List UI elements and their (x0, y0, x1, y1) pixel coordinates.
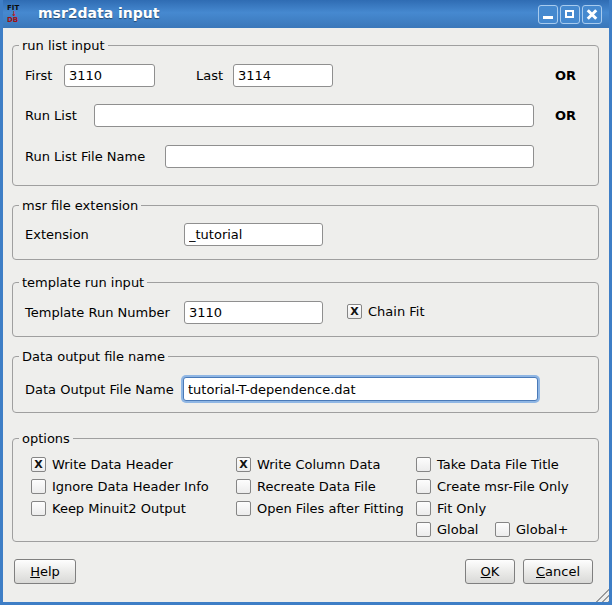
maximize-icon (565, 10, 574, 18)
extension-label: Extension (25, 227, 89, 242)
checkbox-open-files-after-fitting[interactable]: Open Files after Fitting (236, 501, 404, 516)
resize-grip[interactable] (594, 587, 609, 602)
run-list-file-name-input[interactable] (165, 145, 534, 168)
minimize-button[interactable] (538, 5, 558, 24)
group-data-output-file-name-title: Data output file name (19, 349, 168, 364)
extension-input[interactable] (184, 223, 323, 246)
group-run-list-input-title: run list input (19, 38, 108, 53)
checkbox-fit-only[interactable]: Fit Only (416, 501, 486, 516)
app-icon: FIT ↓ DB (7, 3, 29, 25)
group-options-title: options (19, 431, 73, 446)
cancel-button[interactable]: Cancel (523, 559, 593, 584)
chain-fit-checkbox[interactable]: X Chain Fit (347, 304, 425, 319)
title-bar[interactable]: FIT ↓ DB msr2data input (0, 0, 612, 28)
group-template-run-input-title: template run input (19, 275, 147, 290)
checkbox-take-data-file-title[interactable]: Take Data File Title (416, 457, 559, 472)
group-msr-file-extension-title: msr file extension (19, 198, 141, 213)
ok-button[interactable]: OK (465, 559, 515, 584)
checkbox-ignore-data-header-info[interactable]: Ignore Data Header Info (31, 479, 209, 494)
chain-fit-checkbox-box: X (347, 304, 362, 319)
help-button[interactable]: Help (14, 559, 76, 584)
checkbox-keep-minuit2-output[interactable]: Keep Minuit2 Output (31, 501, 186, 516)
template-run-number-input[interactable] (184, 301, 323, 324)
run-list-label: Run List (25, 108, 77, 123)
msr2data-dialog: FIT ↓ DB msr2data input run list input F… (0, 0, 612, 605)
checkbox-write-data-header[interactable]: X Write Data Header (31, 457, 173, 472)
data-output-file-name-label: Data Output File Name (25, 382, 174, 397)
chain-fit-checkbox-label: Chain Fit (368, 304, 425, 319)
close-button[interactable] (582, 5, 602, 24)
checkbox-recreate-data-file[interactable]: Recreate Data File (236, 479, 376, 494)
checkbox-global[interactable]: Global (416, 522, 478, 537)
app-icon-db-text: DB (7, 17, 18, 23)
template-run-number-label: Template Run Number (25, 305, 170, 320)
minimize-icon (543, 16, 553, 19)
or-label-2: OR (555, 108, 576, 123)
last-label: Last (196, 68, 223, 83)
checkbox-write-column-data[interactable]: X Write Column Data (236, 457, 380, 472)
data-output-file-name-input[interactable] (183, 377, 538, 401)
run-list-file-name-label: Run List File Name (25, 149, 145, 164)
maximize-button[interactable] (560, 5, 580, 24)
run-list-input[interactable] (94, 104, 534, 127)
checkbox-global-plus[interactable]: Global+ (495, 522, 568, 537)
checkbox-create-msr-file-only[interactable]: Create msr-File Only (416, 479, 569, 494)
first-run-input[interactable] (64, 64, 155, 87)
window-title: msr2data input (38, 5, 160, 21)
last-run-input[interactable] (233, 64, 333, 87)
first-label: First (25, 68, 52, 83)
or-label-1: OR (555, 68, 576, 83)
